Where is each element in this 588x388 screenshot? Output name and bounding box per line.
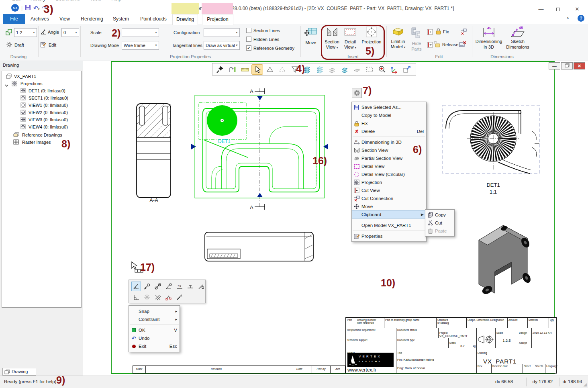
tree-item-sect1[interactable]: SECT1 (0: Ilmiasu0) [2,94,81,102]
tangent-point-icon[interactable] [142,282,152,291]
measure-icon[interactable] [239,64,251,75]
hide-parts-button[interactable]: Hide Parts [406,41,427,52]
fix-button[interactable]: Fix [443,29,449,34]
zoom-in-icon[interactable] [376,64,388,75]
open-link-icon[interactable] [401,64,412,75]
projection-scale-select[interactable]: ▼ [122,28,159,37]
axes-icon[interactable] [388,64,400,75]
gear-button[interactable] [352,88,362,98]
tangential-lines-select[interactable]: Draw as virtual▼ [204,41,240,50]
undo-icon[interactable]: ↶▾ [33,5,39,11]
tree-item-projections[interactable]: Projections [2,80,81,87]
view-sect1[interactable]: A-A [137,104,171,203]
tree-item-view1[interactable]: VIEW1 (0: Ilmiasu0) [2,102,81,109]
panel-bottom-tab-drawing[interactable]: Drawing [2,368,36,376]
tab-system[interactable]: System [108,14,133,24]
draft-button[interactable]: Draft [14,43,24,47]
view-bottom[interactable] [205,232,313,261]
snap-grid-disabled-icon[interactable] [142,292,152,302]
parallel-through-point-icon[interactable] [196,282,206,291]
submenu-item-cut[interactable]: Cut [425,219,454,227]
levels-stack-a-icon[interactable] [301,64,313,75]
menu-item-detail-view[interactable]: Detail View [352,162,426,170]
tab-point-clouds[interactable]: Point clouds [136,14,171,24]
close-button[interactable]: ✕ [570,5,584,14]
collapse-ribbon-icon[interactable]: ∧ [566,16,569,20]
sketch-dimensions-button[interactable]: 45 Sketch Dimensions [504,26,532,50]
drawing-mode-select[interactable]: Wire frame▼ [122,41,159,50]
menu-item-properties[interactable]: Properties [352,232,426,240]
perpendicular-icon[interactable] [131,292,141,302]
minimize-button[interactable]: — [534,5,548,14]
redo-icon[interactable]: ↷▾ [42,5,48,11]
tab-file[interactable]: File [3,14,25,24]
filter-icon[interactable] [289,64,300,75]
menu-item-cut-connection[interactable]: Cut Connection [352,194,426,202]
help-icon[interactable]: ? [578,15,584,22]
menu-item-fix[interactable]: Fix [352,119,426,127]
tree-item-view3[interactable]: VIEW3 (0: Ilmiasu0) [2,116,81,123]
submenu-item-paste[interactable]: Paste [425,227,454,235]
g4-app-icon[interactable]: G4 [11,4,19,12]
section-view-button[interactable]: Section View ▾ [323,27,341,50]
section-line-a[interactable]: A A [250,88,265,210]
menu-item-move[interactable]: Move [352,202,426,210]
cut-view-small-icon[interactable] [427,29,433,36]
select-area-icon[interactable] [363,64,375,75]
tree-item-vx-part1[interactable]: VX_PART1 [2,73,81,80]
level-single-icon[interactable] [351,64,363,75]
menu-item-detail-view-circular[interactable]: Detail View (Circular) [352,170,426,178]
tab-projection[interactable]: Projection [202,14,233,25]
submenu-item-copy[interactable]: Copy [425,211,454,219]
cut-connection-remove-icon[interactable] [459,41,466,49]
menu-item-cut-view[interactable]: Cut View [352,186,426,194]
pin-icon[interactable] [214,64,226,75]
menu-item-open-model[interactable]: Open Model VX_PART1 [352,221,426,229]
cut-connection-add-icon[interactable] [460,28,467,36]
levels-pair-icon[interactable] [339,64,350,75]
menu-item-clipboard[interactable]: Clipboard▶ [352,210,426,219]
detail-view-button[interactable]: Detail View ▾ [342,27,358,50]
menu-item-dimensioning-in-3d[interactable]: 10 Dimensioning in 3D [352,138,426,146]
menu-item-undo[interactable]: ↶ Undo [129,334,180,342]
view-det1[interactable]: DET1 1:1 [443,105,539,195]
polygon-icon[interactable] [264,64,276,75]
polygon-ghost-icon[interactable] [276,64,288,75]
checkbox-section-lines[interactable]: Section Lines [246,28,280,33]
angle-to-circle-icon[interactable] [164,282,174,291]
levels-gray-icon[interactable] [326,64,338,75]
cut-view-small-icon-2[interactable] [427,42,433,49]
menu-item-partial-section-view[interactable]: Partial Section View [352,154,426,162]
maximize-button[interactable] [551,5,565,14]
resize-grip[interactable]: ◢ [584,382,587,387]
projection-button[interactable]: Projection [359,27,384,44]
checkbox-reference-geometry[interactable]: ✔Reference Geometry [246,45,294,51]
menu-item-ok[interactable]: OKV [129,326,180,334]
angle-constraint-icon[interactable] [131,282,141,291]
levels-stack-b-icon[interactable] [314,64,325,75]
menu-item-save-selected-as[interactable]: Save Selected As... [352,103,426,111]
tree-item-view4[interactable]: VIEW4 (0: Ilmiasu0) [2,123,81,131]
menu-item-section-view[interactable]: Section View [352,146,426,154]
auto-constraint-wand-icon[interactable] [175,292,184,302]
canvas-minimize-button[interactable]: — [549,62,560,69]
tangent-two-circles-icon[interactable] [153,282,163,291]
drawing-canvas[interactable]: A-A A A [83,61,588,376]
menu-item-exit[interactable]: ExitEsc [129,342,180,350]
menu-item-projection[interactable]: Projection [352,178,426,186]
view-3d-model[interactable] [479,225,532,296]
save-icon[interactable] [25,4,31,12]
polyline-endpoints-icon[interactable] [164,292,174,302]
drawing-scale-select[interactable]: 1:2▼ [14,28,37,37]
customize-quick-access-icon[interactable]: ▾ [51,6,52,10]
menu-item-snap[interactable]: Snap▸ [129,307,180,315]
canvas-close-button[interactable]: ✕ [574,62,585,69]
no-intersection-icon[interactable] [153,292,163,302]
offset-value-icon[interactable]: +5 [175,282,184,291]
midpoint-icon[interactable] [186,282,195,291]
angle-select[interactable]: 0▼ [61,28,79,37]
move-button[interactable]: Move [302,27,320,45]
select-cursor-icon[interactable] [251,64,263,75]
tree-item-det1[interactable]: DET1 (0: Ilmiasu0) [2,87,81,94]
tree-item-reference-drawings[interactable]: Reference Drawings [2,131,81,139]
